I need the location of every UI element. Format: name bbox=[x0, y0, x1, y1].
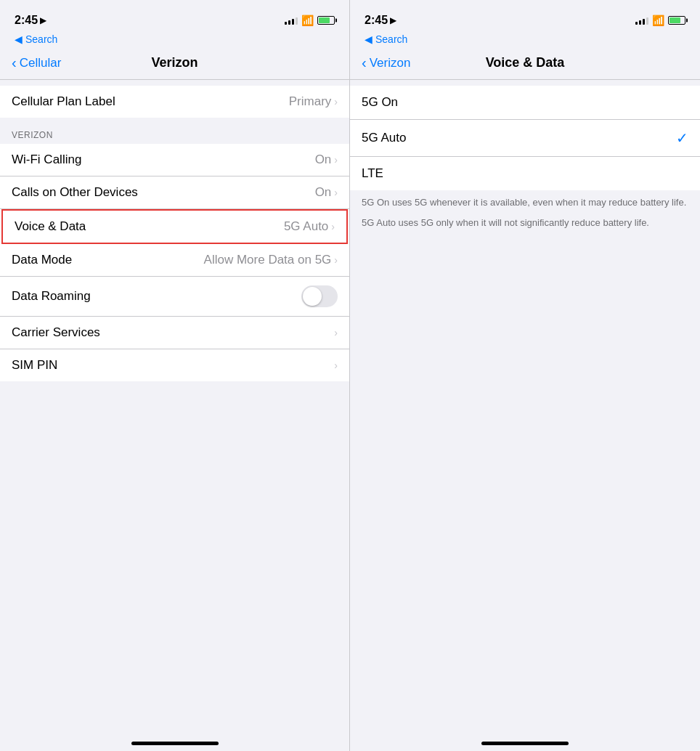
info-text-5g-auto: 5G Auto uses 5G only when it will not si… bbox=[362, 216, 688, 230]
right-home-indicator bbox=[350, 726, 700, 751]
cellular-plan-label: Cellular Plan Label bbox=[12, 94, 115, 109]
verizon-section-label: VERIZON bbox=[12, 130, 53, 140]
right-nav-back-label: Verizon bbox=[370, 56, 411, 70]
right-home-bar bbox=[481, 742, 569, 745]
sim-pin-item[interactable]: SIM PIN › bbox=[0, 349, 349, 381]
option-5g-auto[interactable]: 5G Auto ✓ bbox=[350, 120, 700, 157]
voice-data-options-list: 5G On 5G Auto ✓ LTE bbox=[350, 86, 700, 190]
right-time: 2:45 bbox=[365, 14, 388, 27]
data-roaming-toggle[interactable] bbox=[301, 285, 338, 307]
cellular-plan-item[interactable]: Cellular Plan Label Primary › bbox=[0, 86, 349, 118]
right-signal-bars bbox=[635, 16, 648, 25]
option-lte[interactable]: LTE bbox=[350, 157, 700, 190]
data-mode-chevron-icon: › bbox=[334, 254, 338, 266]
wifi-calling-value-group: On › bbox=[315, 153, 338, 167]
carrier-services-label: Carrier Services bbox=[12, 325, 100, 340]
cellular-plan-value-group: Primary › bbox=[289, 94, 338, 109]
left-wifi-icon: 📶 bbox=[301, 15, 314, 26]
left-location-icon: ▶ bbox=[40, 15, 46, 25]
option-lte-label: LTE bbox=[362, 166, 383, 181]
right-status-bar: 2:45 ▶ 📶 bbox=[350, 0, 700, 32]
right-phone-panel: 2:45 ▶ 📶 ◀ Search ‹ Verizon Voice & Data bbox=[350, 0, 700, 751]
wifi-calling-item[interactable]: Wi-Fi Calling On › bbox=[0, 144, 349, 176]
left-signal-bars bbox=[285, 16, 298, 25]
left-spacer-2 bbox=[0, 118, 349, 123]
data-roaming-item[interactable]: Data Roaming bbox=[0, 277, 349, 317]
right-back-chevron-icon: ‹ bbox=[362, 54, 367, 71]
signal-bar-2 bbox=[288, 20, 290, 25]
right-search-label[interactable]: Search bbox=[375, 33, 407, 45]
voice-data-item[interactable]: Voice & Data 5G Auto › bbox=[1, 209, 348, 244]
voice-data-label: Voice & Data bbox=[15, 219, 86, 234]
voice-data-value-group: 5G Auto › bbox=[284, 219, 335, 234]
right-spacer-lg bbox=[350, 243, 700, 726]
voice-data-value: 5G Auto bbox=[284, 219, 328, 234]
left-battery-fill bbox=[319, 17, 330, 23]
option-5g-auto-checkmark-icon: ✓ bbox=[676, 129, 688, 147]
left-status-bar: 2:45 ▶ 📶 bbox=[0, 0, 349, 32]
left-battery-icon bbox=[317, 16, 335, 25]
data-mode-value-group: Allow More Data on 5G › bbox=[204, 253, 338, 267]
left-spacer-lg bbox=[0, 381, 349, 726]
right-signal-bar-4 bbox=[646, 17, 648, 25]
sim-pin-chevron-icon: › bbox=[334, 360, 338, 371]
signal-bar-4 bbox=[296, 17, 298, 25]
left-back-chevron-icon: ‹ bbox=[12, 54, 17, 71]
carrier-services-item[interactable]: Carrier Services › bbox=[0, 317, 349, 349]
left-phone-panel: 2:45 ▶ 📶 ◀ Search ‹ Cellular Verizon bbox=[0, 0, 350, 751]
right-search-bar: ◀ Search bbox=[350, 32, 700, 49]
sim-pin-label: SIM PIN bbox=[12, 358, 57, 373]
verizon-section-header: VERIZON bbox=[0, 123, 349, 144]
option-5g-on[interactable]: 5G On bbox=[350, 86, 700, 120]
wifi-calling-value: On bbox=[315, 153, 332, 167]
left-nav-back[interactable]: ‹ Cellular bbox=[12, 54, 61, 71]
data-mode-label: Data Mode bbox=[12, 253, 72, 267]
carrier-services-chevron-icon: › bbox=[334, 327, 338, 338]
right-location-icon: ▶ bbox=[390, 15, 396, 25]
calls-other-devices-value: On bbox=[315, 185, 332, 200]
data-mode-item[interactable]: Data Mode Allow More Data on 5G › bbox=[0, 244, 349, 277]
left-status-icons: 📶 bbox=[285, 15, 335, 26]
option-5g-on-label: 5G On bbox=[362, 95, 398, 110]
wifi-calling-chevron-icon: › bbox=[334, 154, 338, 166]
calls-other-devices-value-group: On › bbox=[315, 185, 338, 200]
right-signal-bar-3 bbox=[643, 19, 645, 25]
cellular-plan-chevron-icon: › bbox=[334, 96, 338, 107]
signal-bar-3 bbox=[292, 19, 294, 25]
left-time: 2:45 bbox=[15, 14, 38, 27]
left-search-bar: ◀ Search bbox=[0, 32, 349, 49]
signal-bar-1 bbox=[285, 22, 287, 25]
carrier-services-value-group: › bbox=[334, 327, 338, 338]
left-search-label[interactable]: Search bbox=[25, 33, 57, 45]
right-battery-fill bbox=[670, 17, 680, 23]
right-wifi-icon: 📶 bbox=[652, 15, 664, 26]
right-nav-back[interactable]: ‹ Verizon bbox=[362, 54, 410, 71]
left-nav-title: Verizon bbox=[151, 55, 198, 70]
left-top-spacer bbox=[0, 80, 349, 86]
calls-other-devices-item[interactable]: Calls on Other Devices On › bbox=[0, 176, 349, 209]
calls-other-devices-label: Calls on Other Devices bbox=[12, 185, 138, 200]
info-text-5g-on: 5G On uses 5G whenever it is available, … bbox=[362, 196, 688, 209]
left-home-bar bbox=[131, 742, 219, 745]
verizon-settings-list: Wi-Fi Calling On › Calls on Other Device… bbox=[0, 144, 349, 381]
sim-pin-value-group: › bbox=[334, 360, 338, 371]
left-search-back-arrow: ◀ bbox=[15, 33, 23, 45]
cellular-plan-section: Cellular Plan Label Primary › bbox=[0, 86, 349, 118]
right-signal-bar-1 bbox=[635, 22, 638, 25]
voice-data-info-section: 5G On uses 5G whenever it is available, … bbox=[350, 190, 700, 243]
right-status-icons: 📶 bbox=[635, 15, 685, 26]
data-roaming-toggle-knob bbox=[303, 287, 322, 306]
option-5g-auto-label: 5G Auto bbox=[362, 131, 406, 145]
right-nav-title: Voice & Data bbox=[486, 55, 565, 70]
right-search-back-arrow: ◀ bbox=[365, 33, 373, 45]
right-battery-icon bbox=[668, 16, 685, 25]
voice-data-chevron-icon: › bbox=[331, 221, 335, 232]
wifi-calling-label: Wi-Fi Calling bbox=[12, 153, 81, 167]
calls-other-devices-chevron-icon: › bbox=[334, 187, 338, 198]
right-nav-header: ‹ Verizon Voice & Data bbox=[350, 49, 700, 80]
left-nav-header: ‹ Cellular Verizon bbox=[0, 49, 349, 80]
right-signal-bar-2 bbox=[639, 20, 641, 25]
data-mode-value: Allow More Data on 5G bbox=[204, 253, 332, 267]
data-roaming-label: Data Roaming bbox=[12, 289, 91, 304]
cellular-plan-value: Primary bbox=[289, 94, 332, 109]
